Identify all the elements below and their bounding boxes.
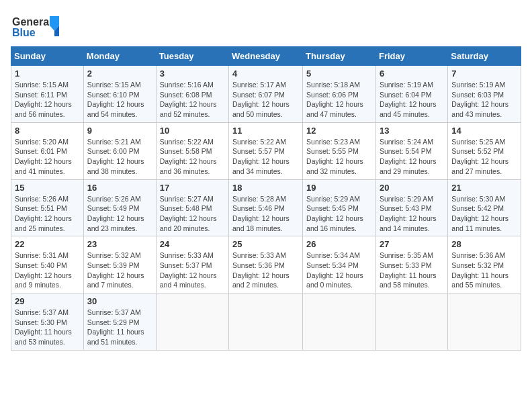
day-number: 22 — [15, 239, 80, 249]
day-number: 4 — [232, 68, 299, 79]
calendar-day-25: 25Sunrise: 5:33 AM Sunset: 5:36 PM Dayli… — [229, 236, 303, 293]
day-info: Sunrise: 5:20 AM Sunset: 6:01 PM Dayligh… — [15, 137, 80, 177]
weekday-header-monday: Monday — [83, 47, 156, 66]
day-info: Sunrise: 5:22 AM Sunset: 5:58 PM Dayligh… — [160, 137, 225, 177]
day-info: Sunrise: 5:25 AM Sunset: 5:52 PM Dayligh… — [451, 137, 517, 177]
calendar-day-27: 27Sunrise: 5:35 AM Sunset: 5:33 PM Dayli… — [375, 236, 447, 293]
weekday-header-sunday: Sunday — [11, 47, 84, 66]
calendar-day-12: 12Sunrise: 5:23 AM Sunset: 5:55 PM Dayli… — [303, 122, 376, 179]
calendar-day-17: 17Sunrise: 5:27 AM Sunset: 5:48 PM Dayli… — [156, 179, 228, 236]
calendar-day-6: 6Sunrise: 5:19 AM Sunset: 6:04 PM Daylig… — [375, 66, 447, 123]
calendar-day-20: 20Sunrise: 5:29 AM Sunset: 5:43 PM Dayli… — [375, 179, 447, 236]
day-info: Sunrise: 5:28 AM Sunset: 5:46 PM Dayligh… — [232, 194, 299, 234]
day-number: 6 — [380, 68, 444, 79]
day-info: Sunrise: 5:35 AM Sunset: 5:33 PM Dayligh… — [380, 250, 444, 290]
calendar-day-10: 10Sunrise: 5:22 AM Sunset: 5:58 PM Dayli… — [156, 122, 228, 179]
calendar-day-23: 23Sunrise: 5:32 AM Sunset: 5:39 PM Dayli… — [83, 236, 156, 293]
day-number: 30 — [87, 296, 152, 306]
empty-cell — [448, 293, 521, 351]
day-number: 5 — [306, 68, 372, 79]
day-info: Sunrise: 5:26 AM Sunset: 5:49 PM Dayligh… — [87, 194, 152, 234]
empty-cell — [156, 293, 228, 351]
day-info: Sunrise: 5:16 AM Sunset: 6:08 PM Dayligh… — [160, 80, 225, 120]
calendar-week-3: 15Sunrise: 5:26 AM Sunset: 5:51 PM Dayli… — [11, 179, 521, 236]
day-info: Sunrise: 5:33 AM Sunset: 5:37 PM Dayligh… — [160, 250, 225, 290]
weekday-header-wednesday: Wednesday — [229, 47, 303, 66]
day-number: 1 — [15, 68, 80, 79]
day-number: 17 — [160, 183, 225, 193]
calendar-day-18: 18Sunrise: 5:28 AM Sunset: 5:46 PM Dayli… — [229, 179, 303, 236]
calendar-week-2: 8Sunrise: 5:20 AM Sunset: 6:01 PM Daylig… — [11, 122, 521, 179]
day-info: Sunrise: 5:33 AM Sunset: 5:36 PM Dayligh… — [232, 250, 299, 290]
logo: General Blue — [11, 11, 64, 41]
day-info: Sunrise: 5:32 AM Sunset: 5:39 PM Dayligh… — [87, 250, 152, 290]
calendar-day-4: 4Sunrise: 5:17 AM Sunset: 6:07 PM Daylig… — [229, 66, 303, 123]
day-info: Sunrise: 5:17 AM Sunset: 6:07 PM Dayligh… — [232, 80, 299, 120]
day-info: Sunrise: 5:18 AM Sunset: 6:06 PM Dayligh… — [306, 80, 372, 120]
day-number: 25 — [232, 239, 299, 249]
calendar-day-2: 2Sunrise: 5:15 AM Sunset: 6:10 PM Daylig… — [83, 66, 156, 123]
calendar-day-15: 15Sunrise: 5:26 AM Sunset: 5:51 PM Dayli… — [11, 179, 84, 236]
day-number: 12 — [306, 126, 372, 136]
empty-cell — [303, 293, 376, 351]
calendar-day-13: 13Sunrise: 5:24 AM Sunset: 5:54 PM Dayli… — [375, 122, 447, 179]
calendar-day-7: 7Sunrise: 5:19 AM Sunset: 6:03 PM Daylig… — [448, 66, 521, 123]
day-info: Sunrise: 5:15 AM Sunset: 6:10 PM Dayligh… — [87, 80, 152, 120]
day-number: 26 — [306, 239, 372, 249]
day-info: Sunrise: 5:19 AM Sunset: 6:04 PM Dayligh… — [380, 80, 444, 120]
day-number: 11 — [232, 126, 299, 136]
day-number: 23 — [87, 239, 152, 249]
weekday-header-tuesday: Tuesday — [156, 47, 228, 66]
calendar-day-8: 8Sunrise: 5:20 AM Sunset: 6:01 PM Daylig… — [11, 122, 84, 179]
calendar-week-4: 22Sunrise: 5:31 AM Sunset: 5:40 PM Dayli… — [11, 236, 521, 293]
day-info: Sunrise: 5:26 AM Sunset: 5:51 PM Dayligh… — [15, 194, 80, 234]
day-info: Sunrise: 5:22 AM Sunset: 5:57 PM Dayligh… — [232, 137, 299, 177]
day-number: 14 — [451, 126, 517, 136]
page-header: General Blue — [11, 11, 521, 41]
calendar-day-26: 26Sunrise: 5:34 AM Sunset: 5:34 PM Dayli… — [303, 236, 376, 293]
calendar-day-28: 28Sunrise: 5:36 AM Sunset: 5:32 PM Dayli… — [448, 236, 521, 293]
day-number: 8 — [15, 126, 80, 136]
day-info: Sunrise: 5:15 AM Sunset: 6:11 PM Dayligh… — [15, 80, 80, 120]
day-number: 21 — [451, 183, 517, 193]
day-number: 29 — [15, 296, 80, 306]
day-number: 10 — [160, 126, 225, 136]
day-info: Sunrise: 5:37 AM Sunset: 5:30 PM Dayligh… — [15, 308, 80, 347]
calendar-week-1: 1Sunrise: 5:15 AM Sunset: 6:11 PM Daylig… — [11, 66, 521, 123]
svg-text:General: General — [12, 16, 52, 28]
day-info: Sunrise: 5:21 AM Sunset: 6:00 PM Dayligh… — [87, 137, 152, 177]
weekday-header-thursday: Thursday — [303, 47, 376, 66]
day-number: 7 — [451, 68, 517, 79]
empty-cell — [229, 293, 303, 351]
day-number: 24 — [160, 239, 225, 249]
day-info: Sunrise: 5:29 AM Sunset: 5:45 PM Dayligh… — [306, 194, 372, 234]
calendar-day-5: 5Sunrise: 5:18 AM Sunset: 6:06 PM Daylig… — [303, 66, 376, 123]
day-number: 2 — [87, 68, 152, 79]
day-number: 15 — [15, 183, 80, 193]
calendar-day-30: 30Sunrise: 5:37 AM Sunset: 5:29 PM Dayli… — [83, 293, 156, 351]
empty-cell — [375, 293, 447, 351]
day-number: 16 — [87, 183, 152, 193]
calendar-day-11: 11Sunrise: 5:22 AM Sunset: 5:57 PM Dayli… — [229, 122, 303, 179]
day-number: 9 — [87, 126, 152, 136]
calendar-week-5: 29Sunrise: 5:37 AM Sunset: 5:30 PM Dayli… — [11, 293, 521, 351]
day-number: 3 — [160, 68, 225, 79]
day-number: 19 — [306, 183, 372, 193]
calendar-day-3: 3Sunrise: 5:16 AM Sunset: 6:08 PM Daylig… — [156, 66, 228, 123]
day-info: Sunrise: 5:37 AM Sunset: 5:29 PM Dayligh… — [87, 308, 152, 347]
day-number: 27 — [380, 239, 444, 249]
day-number: 20 — [380, 183, 444, 193]
day-info: Sunrise: 5:29 AM Sunset: 5:43 PM Dayligh… — [380, 194, 444, 234]
weekday-header-saturday: Saturday — [448, 47, 521, 66]
calendar-day-29: 29Sunrise: 5:37 AM Sunset: 5:30 PM Dayli… — [11, 293, 84, 351]
calendar-day-1: 1Sunrise: 5:15 AM Sunset: 6:11 PM Daylig… — [11, 66, 84, 123]
weekday-header-friday: Friday — [375, 47, 447, 66]
calendar-header: SundayMondayTuesdayWednesdayThursdayFrid… — [11, 47, 521, 66]
calendar-table: SundayMondayTuesdayWednesdayThursdayFrid… — [11, 46, 521, 351]
day-info: Sunrise: 5:24 AM Sunset: 5:54 PM Dayligh… — [380, 137, 444, 177]
calendar-day-16: 16Sunrise: 5:26 AM Sunset: 5:49 PM Dayli… — [83, 179, 156, 236]
calendar-day-22: 22Sunrise: 5:31 AM Sunset: 5:40 PM Dayli… — [11, 236, 84, 293]
day-number: 28 — [451, 239, 517, 249]
svg-text:Blue: Blue — [12, 27, 36, 38]
calendar-day-19: 19Sunrise: 5:29 AM Sunset: 5:45 PM Dayli… — [303, 179, 376, 236]
